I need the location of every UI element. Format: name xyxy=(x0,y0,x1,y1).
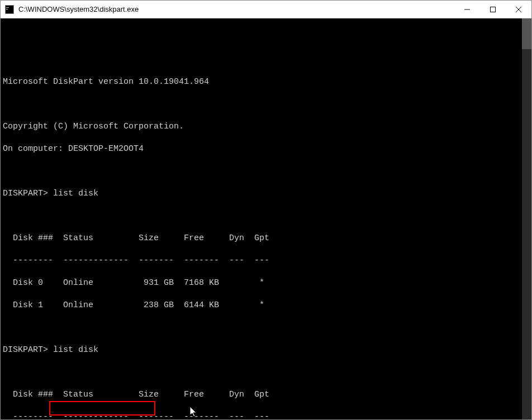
svg-rect-2 xyxy=(6,9,8,9)
line-prompt-listdisk-1: DISKPART> list disk xyxy=(3,188,530,199)
line-table-header: Disk ### Status Size Free Dyn Gpt xyxy=(3,389,530,400)
line-version: Microsoft DiskPart version 10.0.19041.96… xyxy=(3,77,530,88)
line-table-divider: -------- ------------- ------- ------- -… xyxy=(3,412,530,419)
scrollbar-track[interactable] xyxy=(522,18,531,419)
line-table-divider: -------- ------------- ------- ------- -… xyxy=(3,255,530,266)
minimize-button[interactable] xyxy=(454,1,480,18)
terminal-text: Microsoft DiskPart version 10.0.19041.96… xyxy=(2,43,530,419)
line-prompt-listdisk-2: DISKPART> list disk xyxy=(3,345,530,356)
close-button[interactable] xyxy=(506,1,531,18)
line-copyright: Copyright (C) Microsoft Corporation. xyxy=(3,121,530,132)
line-disk-row: Disk 0 Online 931 GB 7168 KB * xyxy=(3,278,530,289)
line-disk-row: Disk 1 Online 238 GB 6144 KB * xyxy=(3,300,530,311)
scrollbar-thumb[interactable] xyxy=(522,18,531,49)
window-title: C:\WINDOWS\system32\diskpart.exe xyxy=(18,5,454,13)
svg-rect-4 xyxy=(491,7,496,12)
console-window: C:\WINDOWS\system32\diskpart.exe Microso… xyxy=(0,0,532,420)
titlebar[interactable]: C:\WINDOWS\system32\diskpart.exe xyxy=(1,1,531,18)
svg-rect-1 xyxy=(6,7,9,8)
maximize-button[interactable] xyxy=(480,1,506,18)
line-table-header: Disk ### Status Size Free Dyn Gpt xyxy=(3,233,530,244)
window-controls xyxy=(454,1,531,18)
terminal-output[interactable]: Microsoft DiskPart version 10.0.19041.96… xyxy=(1,18,531,419)
line-computer: On computer: DESKTOP-EM2OOT4 xyxy=(3,144,530,155)
app-icon xyxy=(5,5,14,14)
